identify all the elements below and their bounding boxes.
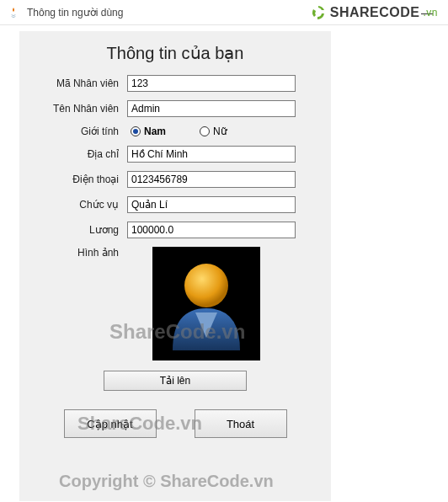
radio-male[interactable]: Nam	[131, 125, 166, 137]
user-avatar-icon	[160, 254, 253, 355]
role-field[interactable]	[127, 196, 296, 213]
label-name: Tên Nhân viên	[28, 103, 127, 115]
logo-text: SHARECODE	[330, 5, 420, 20]
id-field[interactable]	[127, 75, 296, 92]
address-field[interactable]	[127, 146, 296, 163]
window-body: Thông tin của bạn Mã Nhân viên Tên Nhân …	[19, 30, 332, 502]
recycle-icon	[310, 4, 327, 21]
window-title: Thông tin người dùng	[27, 7, 123, 19]
label-image: Hình ảnh	[28, 247, 127, 259]
radio-female[interactable]: Nữ	[200, 125, 227, 137]
label-salary: Lương	[28, 224, 127, 236]
upload-button[interactable]: Tải lên	[104, 371, 247, 391]
salary-field[interactable]	[127, 222, 296, 238]
phone-field[interactable]	[127, 171, 296, 188]
radio-dot-icon	[200, 126, 210, 136]
label-role: Chức vụ	[28, 199, 127, 211]
java-icon	[7, 6, 20, 19]
label-address: Địa chỉ	[28, 148, 127, 160]
svg-point-0	[184, 264, 228, 307]
avatar	[152, 247, 260, 360]
page-title: Thông tin của bạn	[28, 43, 323, 63]
label-gender: Giới tính	[28, 125, 127, 137]
sharecode-logo: SHARECODE.vn	[310, 4, 438, 21]
logo-suffix: .vn	[423, 7, 438, 19]
radio-female-label: Nữ	[213, 125, 227, 137]
exit-button[interactable]: Thoát	[195, 409, 287, 438]
label-phone: Điện thoại	[28, 174, 127, 185]
label-id: Mã Nhân viên	[28, 77, 127, 89]
update-button[interactable]: Cập nhật	[64, 409, 157, 438]
radio-male-label: Nam	[144, 125, 166, 137]
radio-dot-icon	[131, 126, 141, 136]
name-field[interactable]	[127, 100, 296, 117]
